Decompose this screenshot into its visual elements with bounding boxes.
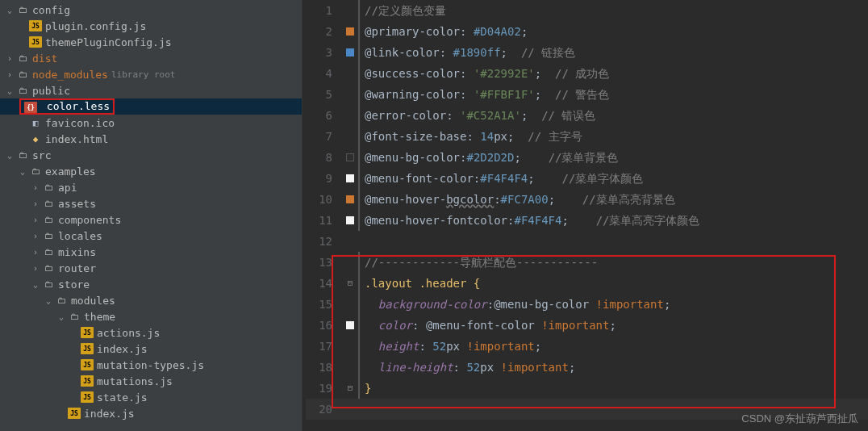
comment: //菜单背景色 xyxy=(549,151,619,164)
tree-file-theme-plugin[interactable]: JS themePluginConfig.js xyxy=(0,34,302,50)
fold-icon[interactable]: ⊟ xyxy=(348,273,353,294)
code-line[interactable]: 17 height: 52px !important; xyxy=(306,336,868,357)
code-line[interactable]: 7 @font-size-base: 14px; // 主字号 xyxy=(306,126,868,147)
code-line[interactable]: 13 //------------导航栏配色------------ xyxy=(306,252,868,273)
folder-icon: 🗀 xyxy=(16,149,29,161)
tree-folder-router[interactable]: › 🗀 router xyxy=(0,260,302,276)
variable: @font-size-base xyxy=(365,130,466,143)
tree-folder-locales[interactable]: › 🗀 locales xyxy=(0,228,302,244)
tree-file-state[interactable]: JS state.js xyxy=(0,389,302,405)
tree-folder-mixins[interactable]: › 🗀 mixins xyxy=(0,244,302,260)
code-line[interactable]: 18 line-height: 52px !important; xyxy=(306,357,868,378)
line-number: 20 xyxy=(306,399,342,420)
tree-folder-assets[interactable]: › 🗀 assets xyxy=(0,195,302,211)
tree-file-color-less[interactable]: {} color.less xyxy=(0,98,302,115)
tree-folder-modules[interactable]: ⌄ 🗀 modules xyxy=(0,292,302,308)
chevron-right-icon: › xyxy=(29,199,42,208)
gutter-mark xyxy=(342,216,358,224)
code-area[interactable]: 1 //定义颜色变量 2 @primary-color: #D04A02; 3 … xyxy=(303,0,868,431)
chevron-down-icon: ⌄ xyxy=(3,86,16,95)
folder-icon: 🗀 xyxy=(42,246,55,257)
variable: @warning-color xyxy=(365,88,460,101)
html-icon: ◆ xyxy=(29,133,42,144)
chevron-down-icon: ⌄ xyxy=(16,167,29,176)
tree-folder-components[interactable]: › 🗀 components xyxy=(0,211,302,228)
code-line[interactable]: 14 ⊟ .layout .header { xyxy=(306,273,868,294)
unit: px xyxy=(494,130,507,143)
tree-label: assets xyxy=(58,198,96,210)
selector: .layout .header { xyxy=(365,277,480,290)
tree-file-mutation-types[interactable]: JS mutation-types.js xyxy=(0,357,302,373)
folder-icon: 🗀 xyxy=(42,278,55,290)
line-number: 15 xyxy=(306,294,342,315)
unit: px xyxy=(480,361,494,374)
tree-folder-theme[interactable]: ⌄ 🗀 theme xyxy=(0,308,302,324)
line-number: 13 xyxy=(306,252,342,273)
js-icon: JS xyxy=(29,20,42,31)
code-line[interactable]: 5 @warning-color: '#FFBF1F'; // 警告色 xyxy=(306,84,868,105)
tree-label: components xyxy=(58,214,121,226)
variable: @menu-bg-color xyxy=(494,298,589,311)
code-line[interactable]: 2 @primary-color: #D04A02; xyxy=(306,21,868,42)
js-icon: JS xyxy=(29,36,42,48)
code-line[interactable]: 1 //定义颜色变量 xyxy=(306,0,868,21)
tree-folder-config[interactable]: ⌄ 🗀 config xyxy=(0,2,302,18)
tree-file-mutations[interactable]: JS mutations.js xyxy=(0,373,302,389)
tree-file-index-html[interactable]: ◆ index.html xyxy=(0,131,302,147)
js-icon: JS xyxy=(81,343,94,354)
code-line[interactable]: 11 @menu-hover-fontcolor:#F4F4F4; //菜单高亮… xyxy=(306,210,868,231)
tree-file-favicon[interactable]: ◧ favicon.ico xyxy=(0,115,302,131)
code-line[interactable]: 4 @success-color: '#22992E'; // 成功色 xyxy=(306,63,868,84)
line-number: 17 xyxy=(306,336,342,357)
code-line[interactable]: 16 color: @menu-font-color !important; xyxy=(306,315,868,336)
tree-file-index[interactable]: JS index.js xyxy=(0,341,302,357)
tree-file-index2[interactable]: JS index.js xyxy=(0,405,302,421)
line-number: 5 xyxy=(306,84,342,105)
code-line[interactable]: 6 @error-color: '#C52A1A'; // 错误色 xyxy=(306,105,868,126)
tree-folder-src[interactable]: ⌄ 🗀 src xyxy=(0,147,302,163)
hex-value: #F4F4F4 xyxy=(514,214,561,227)
chevron-right-icon: › xyxy=(3,54,16,63)
tree-label: router xyxy=(58,262,96,274)
code-line[interactable]: 9 @menu-font-color:#F4F4F4; //菜单字体颜色 xyxy=(306,168,868,189)
selection-highlight: {} color.less xyxy=(19,98,115,115)
tree-folder-examples[interactable]: ⌄ 🗀 examples xyxy=(0,163,302,179)
tree-file-plugin-config[interactable]: JS plugin.config.js xyxy=(0,18,302,34)
tree-folder-api[interactable]: › 🗀 api xyxy=(0,179,302,195)
tree-folder-store[interactable]: ⌄ 🗀 store xyxy=(0,276,302,292)
tree-label: api xyxy=(58,182,77,194)
tree-file-actions[interactable]: JS actions.js xyxy=(0,324,302,341)
string-value: '#22992E' xyxy=(474,67,535,80)
code-line[interactable]: 10 @menu-hover-bgcolor:#FC7A00; //菜单高亮背景… xyxy=(306,189,868,210)
variable: @error-color xyxy=(365,109,446,122)
variable: @link-color xyxy=(365,46,440,59)
gutter-mark xyxy=(342,153,358,161)
code-editor[interactable]: 1 //定义颜色变量 2 @primary-color: #D04A02; 3 … xyxy=(303,0,868,431)
variable: @menu-hover-fontcolor xyxy=(365,214,507,227)
line-number: 8 xyxy=(306,147,342,168)
gutter-mark: ⊟ xyxy=(342,378,358,399)
code-line[interactable]: 8 @menu-bg-color:#2D2D2D; //菜单背景色 xyxy=(306,147,868,168)
line-number: 12 xyxy=(306,231,342,252)
ico-icon: ◧ xyxy=(29,117,42,128)
code-line[interactable]: 3 @link-color: #1890ff; // 链接色 xyxy=(306,42,868,63)
chevron-right-icon: › xyxy=(29,264,42,273)
chevron-right-icon: › xyxy=(29,232,42,241)
tree-folder-node-modules[interactable]: › 🗀 node_modules library root xyxy=(0,66,302,82)
line-number: 6 xyxy=(306,105,342,126)
hex-value: #F4F4F4 xyxy=(480,172,528,185)
gutter-mark xyxy=(342,174,358,182)
tree-folder-public[interactable]: ⌄ 🗀 public xyxy=(0,82,302,98)
js-icon: JS xyxy=(81,375,94,387)
code-line[interactable]: 12 xyxy=(306,231,868,252)
number: 52 xyxy=(432,340,446,353)
chevron-down-icon: ⌄ xyxy=(3,6,16,15)
project-tree[interactable]: ⌄ 🗀 config JS plugin.config.js JS themeP… xyxy=(0,0,303,431)
tree-folder-dist[interactable]: › 🗀 dist xyxy=(0,50,302,66)
color-swatch-icon xyxy=(346,153,354,161)
variable: @menu-bg-color xyxy=(365,151,460,164)
code-line[interactable]: 19 ⊟ } xyxy=(306,378,868,399)
code-line[interactable]: 15 background-color:@menu-bg-color !impo… xyxy=(306,294,868,315)
variable: @menu-font-color xyxy=(426,319,535,332)
number: 14 xyxy=(480,130,494,143)
